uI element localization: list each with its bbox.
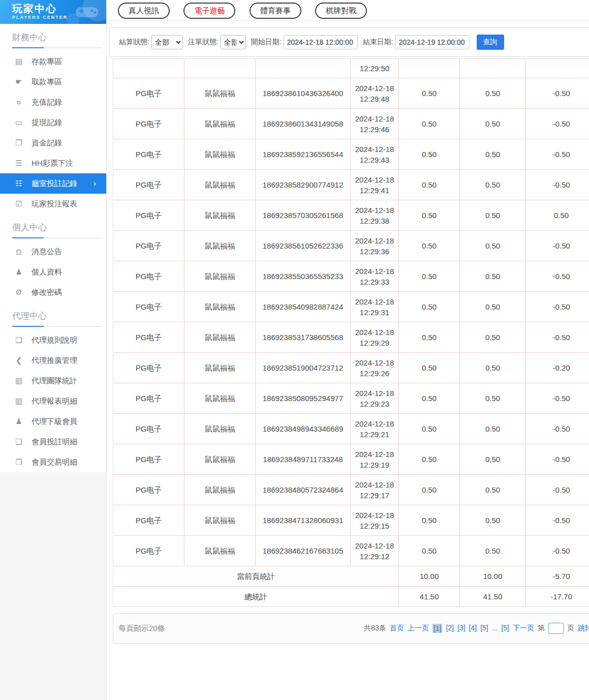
winloss-cell: -0.50: [526, 383, 589, 414]
sidebar-item-member-bet[interactable]: ❑ 會員投註明細: [0, 432, 106, 452]
bet-records-table: 12:29:50 PG电子 鼠鼠福福 1869238610436326400 2…: [113, 58, 589, 607]
bet-id-cell: 1869238610436326400: [256, 78, 351, 109]
bet-amount-cell: 0.50: [399, 475, 460, 505]
end-date-input[interactable]: [395, 35, 470, 49]
bet-amount-cell: 0.50: [399, 536, 460, 566]
table-row: PG电子 鼠鼠福福 1869238561052622336 2024-12-18…: [113, 231, 589, 261]
search-button[interactable]: 查詢: [477, 35, 504, 50]
page-link-4[interactable]: [4]: [469, 624, 477, 633]
game-cell: 鼠鼠福福: [184, 475, 256, 505]
bet-amount-cell: 0.50: [399, 353, 460, 383]
sidebar-item-player-report[interactable]: ☑ 玩家投注報表: [0, 194, 106, 214]
tab-1[interactable]: 電子遊藝: [183, 3, 235, 19]
start-date-label: 開始日期:: [251, 38, 282, 47]
valid-amount-cell: 0.50: [460, 139, 526, 170]
game-cell: 鼠鼠福福: [184, 292, 256, 322]
jump-suffix-label: 页: [567, 624, 574, 633]
sidebar-item-withdraw-hand[interactable]: ☛ 取款專區: [0, 72, 106, 92]
bet-id-cell: 1869238462167663105: [256, 536, 351, 566]
sidebar-item-funds-record[interactable]: ❐ 資金記錄: [0, 133, 106, 153]
bet-id-cell: 1869238582900774912: [256, 170, 351, 200]
game-cell: 鼠鼠福福: [184, 353, 256, 383]
sidebar-item-deposit-card[interactable]: ▤ 存款專區: [0, 51, 106, 72]
sidebar-item-label: 修改密碼: [32, 288, 62, 297]
bet-time-cell: 2024-12-1812:29:48: [351, 78, 399, 109]
order-status-select[interactable]: 全部: [221, 35, 246, 49]
sidebar-item-gear[interactable]: ⚙ 修改密碼: [0, 282, 106, 302]
page-link-5[interactable]: [5]: [501, 624, 509, 633]
sidebar-item-members[interactable]: ♟ 代理下級會員: [0, 411, 106, 432]
bet-id-cell: 1869238561052622336: [256, 231, 351, 261]
sidebar-item-label: 資金記錄: [32, 138, 62, 148]
start-date-input[interactable]: [284, 35, 358, 49]
table-row: PG电子 鼠鼠福福 1869238480572324864 2024-12-18…: [113, 475, 589, 505]
chevron-right-icon: ›: [94, 179, 96, 188]
platform-cell: PG电子: [113, 200, 184, 231]
table-row: PG电子 鼠鼠福福 1869238519004723712 2024-12-18…: [113, 353, 589, 383]
room-bet-record-icon: ☷: [14, 179, 23, 188]
bell-icon: Ω: [14, 248, 23, 256]
tab-3[interactable]: 棋牌對戰: [315, 3, 367, 19]
valid-amount-cell: 0.50: [460, 383, 526, 414]
page-link-2[interactable]: [2]: [446, 624, 454, 633]
next-page-link[interactable]: 下一页: [513, 624, 534, 633]
game-cell: 鼠鼠福福: [184, 109, 256, 139]
first-page-link[interactable]: 首页: [390, 624, 404, 633]
bet-time-cell: 2024-12-1812:29:15: [351, 505, 399, 536]
valid-amount-cell: 0.50: [460, 109, 526, 139]
page-summary-row: 當前頁統計 10.00 10.00 -5.70: [113, 566, 589, 587]
prev-page-link[interactable]: 上一页: [408, 624, 429, 633]
bet-id-cell: 1869238489711733248: [256, 444, 351, 475]
page-link-5[interactable]: [5]: [480, 624, 488, 633]
recharge-record-icon: ¤: [14, 98, 23, 107]
tab-0[interactable]: 真人視訊: [118, 3, 170, 19]
bet-time-cell: 2024-12-1812:29:46: [351, 109, 399, 139]
table-row: PG电子 鼠鼠福福 1869238610436326400 2024-12-18…: [113, 78, 589, 109]
page-link-3[interactable]: [3]: [457, 624, 466, 633]
game-cell: 鼠鼠福福: [184, 231, 256, 261]
winloss-cell: -0.50: [526, 322, 589, 353]
jump-button[interactable]: 跳转: [578, 624, 589, 633]
sidebar-item-person[interactable]: ♟ 個人資料: [0, 262, 106, 282]
sidebar-item-bell[interactable]: Ω 消息公告: [0, 241, 106, 262]
bet-id-cell: 1869238570305261568: [256, 200, 351, 231]
page-link-1[interactable]: [1]: [432, 624, 443, 633]
sidebar-item-withdrawal-record[interactable]: ▭ 提現記錄: [0, 112, 106, 133]
withdraw-hand-icon: ☛: [14, 77, 23, 86]
table-row: PG电子 鼠鼠福福 1869238471328060931 2024-12-18…: [113, 505, 589, 536]
section-title: 代理中心: [12, 310, 106, 322]
sidebar-item-rules-doc[interactable]: ❏ 代理規則說明: [0, 330, 106, 350]
member-bet-icon: ❑: [14, 437, 23, 446]
platform-cell: PG电子: [113, 353, 184, 383]
page-size-text: 每頁顯示20條: [118, 624, 165, 633]
section-underline: [12, 237, 102, 238]
table-row: PG电子 鼠鼠福福 1869238540982887424 2024-12-18…: [113, 292, 589, 322]
sidebar-footer-area: [0, 474, 107, 700]
jump-page-input[interactable]: [548, 623, 564, 634]
sidebar-item-member-trade[interactable]: ❒ 會員交易明細: [0, 452, 106, 472]
sidebar-item-room-bet-record[interactable]: ☷ 廳室投註記錄 ›: [0, 173, 106, 194]
settle-status-select[interactable]: 全部: [151, 35, 183, 49]
bet-id-cell: 1869238531738605568: [256, 322, 351, 353]
sidebar-item-lottery-bet[interactable]: ☰ HH彩票下注: [0, 153, 106, 173]
sidebar-item-team-stats[interactable]: ▥ 代理團隊統計: [0, 371, 106, 391]
game-cell: 鼠鼠福福: [184, 536, 256, 566]
report-detail-icon: ▥: [14, 397, 23, 406]
bet-amount-cell: 0.50: [399, 292, 460, 322]
gear-icon: ⚙: [14, 288, 23, 297]
sidebar-item-label: 存款專區: [32, 57, 62, 67]
bet-amount-cell: 0.50: [399, 78, 460, 109]
table-row: PG电子 鼠鼠福福 1869238550365535233 2024-12-18…: [113, 261, 589, 292]
table-row: PG电子 鼠鼠福福 1869238498943346689 2024-12-18…: [113, 414, 589, 444]
platform-cell: PG电子: [113, 170, 184, 200]
sidebar-item-label: 玩家投注報表: [32, 199, 77, 209]
filter-panel: 結算狀態: 全部 注單狀態: 全部 開始日期: 結束日期: 查詢: [109, 27, 589, 57]
bet-id-cell: 1869238498943346689: [256, 414, 351, 444]
table-row: PG电子 鼠鼠福福 1869238601343149058 2024-12-18…: [113, 109, 589, 139]
sidebar-item-recharge-record[interactable]: ¤ 充值記錄: [0, 92, 106, 112]
sidebar-item-label: 代理團隊統計: [32, 376, 77, 386]
winloss-cell: -0.50: [526, 109, 589, 139]
sidebar-item-report-detail[interactable]: ▥ 代理報表明細: [0, 391, 106, 411]
sidebar-item-share[interactable]: ❮ 代理推廣管理: [0, 350, 106, 371]
tab-2[interactable]: 體育賽事: [250, 3, 301, 19]
